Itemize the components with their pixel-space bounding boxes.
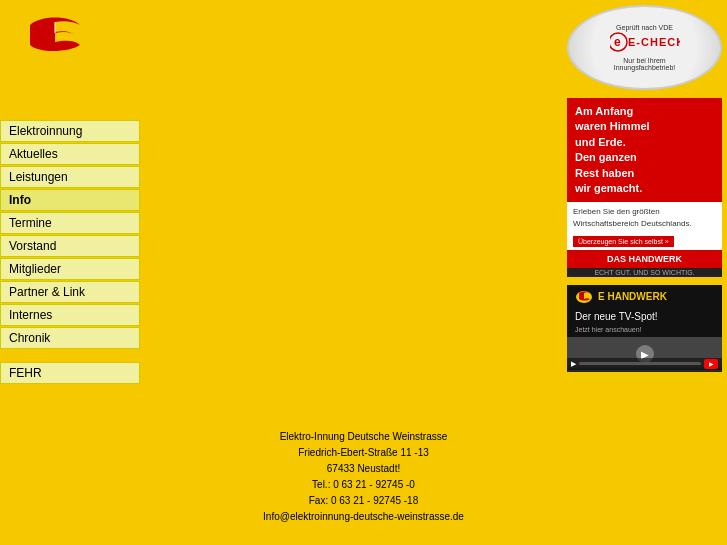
footer-line6[interactable]: Info@elektroinnung-deutsche-weinstrasse.… [263, 509, 464, 525]
sidebar-item-vorstand[interactable]: Vorstand [0, 235, 140, 257]
sidebar-item-leistungen[interactable]: Leistungen [0, 166, 140, 188]
ad-tv-header: E HANDWERK [567, 285, 722, 309]
sidebar-item-info[interactable]: Info [0, 189, 140, 211]
ad-tv[interactable]: E HANDWERK Der neue TV-Spot! Jetzt hier … [567, 285, 722, 372]
company-logo[interactable] [10, 10, 100, 65]
sidebar-item-internes[interactable]: Internes [0, 304, 140, 326]
right-column: Geprüft nach VDE e E-CHECK Nur bei Ihrem… [567, 0, 727, 545]
ad-handwerk[interactable]: Am Anfang waren Himmel und Erde. Den gan… [567, 98, 722, 277]
sidebar: Elektroinnung Aktuelles Leistungen Info … [0, 0, 140, 545]
svg-text:E-CHECK: E-CHECK [628, 36, 680, 48]
video-controls: ▶ ▶ [567, 358, 722, 370]
footer-contact: Elektro-Innung Deutsche Weinstrasse Frie… [263, 429, 464, 525]
ad-handwerk-link[interactable]: Überzeugen Sie sich selbst » [573, 236, 674, 247]
echeck-subtitle-line2: Innungsfachbetrieb! [610, 64, 680, 71]
ad-tv-sub-tagline: Jetzt hier anschauen! [567, 326, 722, 337]
ad-handwerk-footer: DAS HANDWERK [567, 250, 722, 268]
svg-text:e: e [614, 35, 622, 49]
sidebar-item-partner-link[interactable]: Partner & Link [0, 281, 140, 303]
footer-line3: 67433 Neustadt! [263, 461, 464, 477]
sidebar-item-chronik[interactable]: Chronik [0, 327, 140, 349]
ad-tv-brand: E HANDWERK [598, 291, 667, 302]
ad-handwerk-tagline: ECHT GUT. UND SO WICHTIG. [567, 268, 722, 277]
ad-tv-video[interactable]: ▶ ▶ ▶ [567, 337, 722, 372]
ad-handwerk-body: Erleben Sie den größten Wirtschaftsberei… [567, 202, 722, 232]
footer-line1: Elektro-Innung Deutsche Weinstrasse [263, 429, 464, 445]
sidebar-item-mitglieder[interactable]: Mitglieder [0, 258, 140, 280]
logo-area [10, 10, 100, 68]
echeck-badge[interactable]: Geprüft nach VDE e E-CHECK Nur bei Ihrem… [567, 5, 722, 90]
ad-handwerk-headline: Am Anfang waren Himmel und Erde. Den gan… [567, 98, 722, 202]
sidebar-item-termine[interactable]: Termine [0, 212, 140, 234]
echeck-subtitle-line1: Nur bei Ihrem [610, 57, 680, 64]
sidebar-item-elektroinnung[interactable]: Elektroinnung [0, 120, 140, 142]
footer-line4: Tel.: 0 63 21 - 92745 -0 [263, 477, 464, 493]
sidebar-item-aktuelles[interactable]: Aktuelles [0, 143, 140, 165]
echeck-title: e E-CHECK [610, 31, 680, 57]
youtube-icon: ▶ [704, 359, 718, 369]
ad-tv-body: Der neue TV-Spot! [567, 309, 722, 326]
video-progress-bar [579, 362, 701, 365]
footer-line2: Friedrich-Ebert-Straße 11 -13 [263, 445, 464, 461]
footer-line5: Fax: 0 63 21 - 92745 -18 [263, 493, 464, 509]
sidebar-item-fehr[interactable]: FEHR [0, 362, 140, 384]
echeck-geprueft-text: Geprüft nach VDE [610, 24, 680, 31]
